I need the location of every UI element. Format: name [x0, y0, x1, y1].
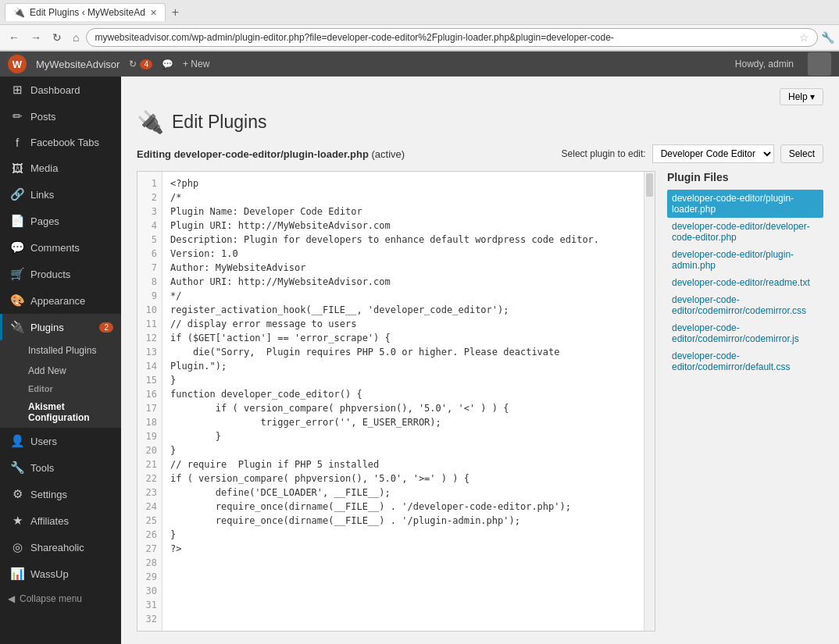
line-number: 14: [144, 359, 157, 373]
plugin-select-dropdown[interactable]: Developer Code Editor: [652, 144, 774, 163]
shareaholic-icon: ◎: [10, 540, 24, 554]
sidebar-item-plugins[interactable]: 🔌 Plugins 2: [0, 314, 121, 340]
plugins-icon: 🔌: [10, 320, 24, 334]
code-line: }: [170, 528, 636, 542]
code-line: }: [170, 373, 636, 387]
sidebar-item-dashboard[interactable]: ⊞ Dashboard: [0, 76, 121, 103]
sidebar-item-label: Shareaholic: [30, 542, 84, 553]
submenu-akismet[interactable]: Akismet Configuration: [0, 397, 121, 428]
sidebar-item-label: Products: [30, 269, 70, 280]
sidebar-item-pages[interactable]: 📄 Pages: [0, 208, 121, 234]
line-number: 5: [144, 233, 157, 247]
line-number: 11: [144, 317, 157, 331]
plugin-file-link[interactable]: developer-code-editor/codemirror/default…: [672, 350, 790, 372]
sidebar-item-posts[interactable]: ✏ Posts: [0, 103, 121, 130]
plugins-badge: 2: [99, 322, 113, 333]
sidebar-item-label: Posts: [30, 111, 56, 123]
plugin-file-link[interactable]: developer-code-editor/developer-code-edi…: [672, 221, 810, 243]
sidebar-item-comments[interactable]: 💬 Comments: [0, 234, 121, 261]
line-number: 28: [144, 556, 157, 570]
tab-close-button[interactable]: ✕: [150, 8, 157, 18]
code-editor[interactable]: 1234567891011121314151617181920212223242…: [137, 172, 655, 631]
plugin-file-item[interactable]: developer-code-editor/codemirror/codemir…: [667, 319, 823, 347]
page-header: 🔌 Edit Plugins: [137, 109, 823, 135]
updates-icon: ↻: [129, 59, 137, 69]
forward-button[interactable]: →: [27, 30, 45, 45]
comments-bar-item[interactable]: 💬: [162, 59, 173, 69]
line-number: 23: [144, 486, 157, 500]
plugin-file-link[interactable]: developer-code-editor/readme.txt: [672, 277, 810, 288]
plugin-file-item[interactable]: developer-code-editor/developer-code-edi…: [667, 218, 823, 246]
scrollbar[interactable]: [644, 172, 655, 631]
affiliates-icon: ★: [10, 514, 24, 528]
help-button[interactable]: Help ▾: [780, 88, 823, 105]
plugin-file-link[interactable]: developer-code-editor/codemirror/codemir…: [672, 322, 799, 344]
plugin-file-item[interactable]: developer-code-editor/plugin-loader.php: [667, 190, 823, 218]
code-editor-wrapper[interactable]: 1234567891011121314151617181920212223242…: [137, 171, 655, 632]
submenu-installed-plugins[interactable]: Installed Plugins: [0, 340, 121, 361]
collapse-menu-button[interactable]: ◀ Collapse menu: [0, 587, 121, 610]
new-tab-button[interactable]: +: [169, 5, 182, 20]
line-number: 31: [144, 598, 157, 612]
comments-icon: 💬: [10, 240, 24, 254]
plugin-files-title: Plugin Files: [667, 171, 823, 183]
line-number: 2: [144, 190, 157, 205]
sidebar-item-affiliates[interactable]: ★ Affiliates: [0, 507, 121, 534]
code-content[interactable]: <?php/*Plugin Name: Developer Code Edito…: [162, 172, 644, 631]
code-line: Plugin Name: Developer Code Editor: [170, 205, 636, 219]
back-button[interactable]: ←: [5, 30, 23, 45]
settings-icon[interactable]: 🔧: [821, 31, 834, 44]
sidebar-item-label: Pages: [30, 215, 59, 227]
line-number: 24: [144, 500, 157, 514]
new-content-item[interactable]: + New: [183, 59, 209, 69]
plugin-file-item[interactable]: developer-code-editor/codemirror/codemir…: [667, 291, 823, 319]
plugin-select-area: Select plugin to edit: Developer Code Ed…: [562, 144, 823, 163]
browser-titlebar: 🔌 Edit Plugins ‹ MyWebsiteAd ✕ +: [0, 0, 839, 25]
sidebar-item-appearance[interactable]: 🎨 Appearance: [0, 287, 121, 314]
code-line: trigger_error('', E_USER_ERROR);: [170, 415, 636, 429]
plugin-file-item[interactable]: developer-code-editor/readme.txt: [667, 274, 823, 291]
tab-title: Edit Plugins ‹ MyWebsiteAd: [30, 7, 145, 18]
sidebar-item-shareaholic[interactable]: ◎ Shareaholic: [0, 534, 121, 560]
submenu-add-new[interactable]: Add New: [0, 361, 121, 381]
scrollbar-thumb[interactable]: [646, 173, 653, 197]
sidebar-item-links[interactable]: 🔗 Links: [0, 181, 121, 208]
sidebar-item-users[interactable]: 👤 Users: [0, 428, 121, 454]
home-button[interactable]: ⌂: [69, 30, 83, 45]
browser-toolbar: ← → ↻ ⌂ mywebsiteadvisor.com/wp-admin/pl…: [0, 25, 839, 51]
sidebar-item-label: Dashboard: [30, 84, 80, 96]
plugin-file-link[interactable]: developer-code-editor/plugin-admin.php: [672, 249, 794, 271]
refresh-button[interactable]: ↻: [48, 30, 66, 45]
sidebar-item-tools[interactable]: 🔧 Tools: [0, 454, 121, 481]
sidebar-item-products[interactable]: 🛒 Products: [0, 261, 121, 287]
plugin-select-wrapper: Developer Code Editor: [652, 144, 774, 163]
sidebar-item-media[interactable]: 🖼 Media: [0, 155, 121, 181]
select-plugin-button[interactable]: Select: [780, 144, 823, 163]
sidebar-item-settings[interactable]: ⚙ Settings: [0, 481, 121, 507]
sidebar-item-label: Appearance: [30, 295, 85, 307]
plugin-file-item[interactable]: developer-code-editor/codemirror/default…: [667, 347, 823, 375]
appearance-icon: 🎨: [10, 294, 24, 308]
pages-icon: 📄: [10, 214, 24, 228]
plugin-file-link[interactable]: developer-code-editor/codemirror/codemir…: [672, 294, 806, 316]
browser-tab[interactable]: 🔌 Edit Plugins ‹ MyWebsiteAd ✕: [5, 3, 166, 21]
editing-file-info: Editing developer-code-editor/plugin-loa…: [137, 148, 405, 160]
line-numbers: 1234567891011121314151617181920212223242…: [137, 172, 162, 631]
address-text: mywebsiteadvisor.com/wp-admin/plugin-edi…: [95, 32, 796, 43]
sidebar-item-label: Affiliates: [30, 515, 69, 527]
line-number: 18: [144, 415, 157, 429]
collapse-icon: ◀: [8, 593, 15, 604]
plugin-files-list: developer-code-editor/plugin-loader.phpd…: [667, 190, 823, 375]
sidebar-item-facebook-tabs[interactable]: f Facebook Tabs: [0, 130, 121, 155]
bookmark-icon[interactable]: ☆: [799, 31, 809, 44]
comments-bar-icon: 💬: [162, 59, 173, 69]
updates-item[interactable]: ↻ 4: [129, 59, 152, 69]
address-bar[interactable]: mywebsiteadvisor.com/wp-admin/plugin-edi…: [86, 28, 818, 47]
code-line: }: [170, 429, 636, 443]
code-line: if ( version_compare( phpversion(), '5.0…: [170, 471, 636, 486]
sidebar-item-label: Settings: [30, 489, 67, 500]
site-name[interactable]: MyWebsiteAdvisor: [36, 59, 120, 70]
plugin-file-item[interactable]: developer-code-editor/plugin-admin.php: [667, 246, 823, 274]
sidebar-item-wassup[interactable]: 📊 WassUp: [0, 560, 121, 587]
wp-logo[interactable]: W: [8, 55, 27, 73]
